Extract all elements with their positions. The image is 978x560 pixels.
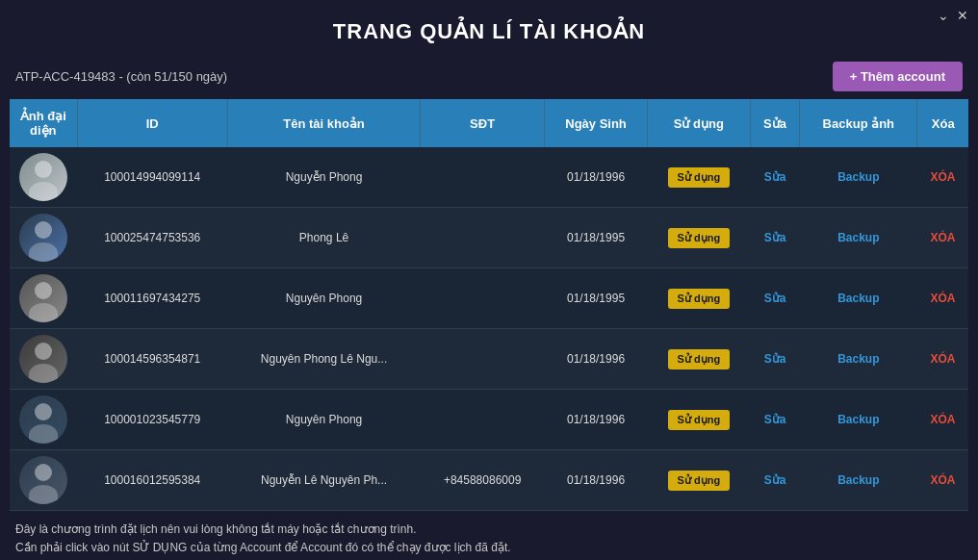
su-dung-button[interactable]: Sử dụng — [668, 289, 731, 309]
cell-backup: Backup — [800, 390, 917, 450]
backup-button[interactable]: Backup — [837, 473, 879, 487]
cell-dob: 01/18/1996 — [545, 329, 648, 390]
avatar — [19, 456, 67, 504]
close-button[interactable]: ✕ — [957, 8, 968, 23]
cell-dob: 01/18/1995 — [545, 208, 648, 268]
xoa-button[interactable]: XÓA — [930, 292, 955, 305]
cell-edit: Sửa — [750, 208, 800, 268]
cell-use: Sử dụng — [647, 268, 750, 329]
col-backup: Backup ảnh — [800, 99, 917, 147]
cell-backup: Backup — [800, 208, 917, 268]
account-info: ATP-ACC-419483 - (còn 51/150 ngày) — [15, 69, 227, 84]
table-row: 100014994099114 Nguyễn Phong 01/18/1996 … — [10, 147, 968, 208]
footer-line1: Đây là chương trình đặt lịch nên vui lòn… — [15, 521, 963, 539]
cell-phone — [421, 208, 545, 268]
cell-use: Sử dụng — [647, 329, 750, 390]
col-name: Tên tài khoản — [227, 99, 420, 147]
table-row: 100016012595384 Nguyễn Lê Nguyên Ph... +… — [10, 450, 968, 511]
cell-delete: XÓA — [917, 147, 968, 208]
col-edit: Sửa — [750, 99, 800, 147]
cell-use: Sử dụng — [647, 390, 750, 450]
col-id: ID — [77, 99, 227, 147]
cell-id: 100025474753536 — [77, 208, 227, 268]
sua-button[interactable]: Sửa — [764, 231, 786, 244]
sua-button[interactable]: Sửa — [764, 292, 786, 305]
add-account-button[interactable]: + Thêm account — [833, 62, 963, 91]
cell-phone — [421, 390, 545, 450]
avatar — [19, 335, 67, 383]
cell-dob: 01/18/1996 — [545, 147, 648, 208]
backup-button[interactable]: Backup — [837, 292, 879, 305]
cell-avatar — [10, 208, 77, 268]
cell-name: Nguyên Phong Lê Ngu... — [227, 329, 420, 390]
su-dung-button[interactable]: Sử dụng — [668, 349, 731, 369]
backup-button[interactable]: Backup — [837, 231, 879, 244]
col-dob: Ngày Sinh — [545, 99, 648, 147]
cell-avatar — [10, 268, 77, 329]
avatar — [19, 274, 67, 322]
table-row: 100025474753536 Phong Lê 01/18/1995 Sử d… — [10, 208, 968, 268]
footer-line2: Cần phải click vào nút SỬ DỤNG của từng … — [15, 539, 963, 557]
avatar — [19, 395, 67, 444]
cell-avatar — [10, 329, 77, 390]
avatar — [19, 214, 67, 262]
xoa-button[interactable]: XÓA — [930, 170, 955, 184]
cell-edit: Sửa — [750, 268, 800, 329]
su-dung-button[interactable]: Sử dụng — [668, 410, 731, 430]
cell-edit: Sửa — [750, 390, 800, 450]
table-header-row: Ảnh đại diện ID Tên tài khoản SĐT Ngày S… — [10, 99, 968, 147]
cell-delete: XÓA — [917, 329, 968, 390]
cell-delete: XÓA — [917, 390, 968, 450]
cell-id: 100016012595384 — [77, 450, 227, 511]
cell-delete: XÓA — [917, 450, 968, 511]
cell-edit: Sửa — [750, 450, 800, 511]
cell-use: Sử dụng — [647, 450, 750, 511]
minimize-button[interactable]: ⌄ — [938, 8, 949, 23]
cell-edit: Sửa — [750, 147, 800, 208]
col-phone: SĐT — [421, 99, 545, 147]
col-use: Sử dụng — [647, 99, 750, 147]
cell-backup: Backup — [800, 147, 917, 208]
accounts-table-container: Ảnh đại diện ID Tên tài khoản SĐT Ngày S… — [0, 99, 978, 511]
xoa-button[interactable]: XÓA — [930, 413, 955, 426]
footer-note: Đây là chương trình đặt lịch nên vui lòn… — [0, 511, 978, 560]
cell-name: Nguyên Phong — [227, 390, 420, 450]
col-avatar: Ảnh đại diện — [10, 99, 77, 147]
su-dung-button[interactable]: Sử dụng — [668, 471, 731, 491]
cell-backup: Backup — [800, 268, 917, 329]
avatar — [19, 153, 67, 201]
su-dung-button[interactable]: Sử dụng — [668, 167, 731, 188]
su-dung-button[interactable]: Sử dụng — [668, 228, 731, 248]
cell-avatar — [10, 450, 77, 511]
cell-phone — [421, 329, 545, 390]
cell-name: Phong Lê — [227, 208, 420, 268]
sua-button[interactable]: Sửa — [764, 352, 786, 366]
sua-button[interactable]: Sửa — [764, 413, 786, 426]
toolbar: ATP-ACC-419483 - (còn 51/150 ngày) + Thê… — [0, 54, 978, 99]
cell-id: 100001023545779 — [77, 390, 227, 450]
cell-id: 100014994099114 — [77, 147, 227, 208]
cell-dob: 01/18/1996 — [545, 390, 648, 450]
table-row: 100014596354871 Nguyên Phong Lê Ngu... 0… — [10, 329, 968, 390]
sua-button[interactable]: Sửa — [764, 473, 786, 487]
xoa-button[interactable]: XÓA — [930, 473, 955, 487]
sua-button[interactable]: Sửa — [764, 170, 786, 184]
cell-name: Nguyên Phong — [227, 268, 420, 329]
cell-edit: Sửa — [750, 329, 800, 390]
cell-id: 100011697434275 — [77, 268, 227, 329]
backup-button[interactable]: Backup — [837, 413, 879, 426]
cell-phone: +84588086009 — [421, 450, 545, 511]
page-title: TRANG QUẢN LÍ TÀI KHOẢN — [0, 0, 978, 54]
cell-name: Nguyễn Lê Nguyên Ph... — [227, 450, 420, 511]
xoa-button[interactable]: XÓA — [930, 352, 955, 366]
cell-avatar — [10, 147, 77, 208]
backup-button[interactable]: Backup — [837, 170, 879, 184]
table-row: 100011697434275 Nguyên Phong 01/18/1995 … — [10, 268, 968, 329]
xoa-button[interactable]: XÓA — [930, 231, 955, 244]
backup-button[interactable]: Backup — [837, 352, 879, 366]
cell-backup: Backup — [800, 450, 917, 511]
cell-phone — [421, 268, 545, 329]
cell-phone — [421, 147, 545, 208]
cell-name: Nguyễn Phong — [227, 147, 420, 208]
cell-use: Sử dụng — [647, 208, 750, 268]
